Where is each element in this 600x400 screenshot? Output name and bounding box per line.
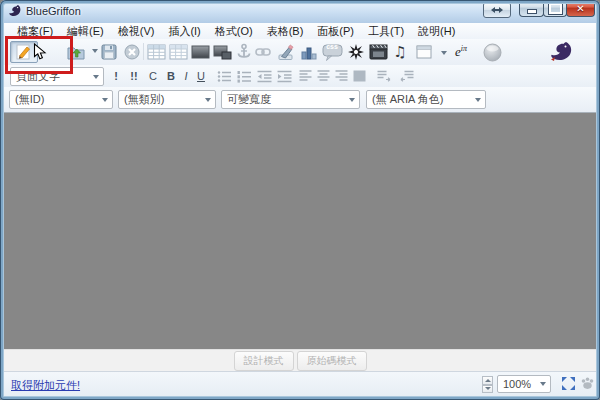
width-select[interactable]: 可變寬度 — [221, 90, 360, 109]
image-icon — [191, 44, 210, 60]
align-justify-icon — [353, 70, 366, 82]
code-button[interactable]: C — [145, 67, 161, 85]
zoom-level-value: 100% — [503, 378, 531, 390]
zoom-level-select[interactable]: 100% — [497, 375, 551, 393]
italic-label: I — [184, 70, 187, 82]
emphasis-button[interactable]: ! — [109, 67, 123, 85]
save-button[interactable] — [98, 41, 120, 63]
class-select[interactable]: (無類別) — [118, 90, 216, 109]
image-thumbnail-button[interactable] — [212, 41, 233, 63]
editor-content-area[interactable] — [3, 112, 597, 350]
snippet-star-icon — [347, 43, 365, 61]
stop-button[interactable] — [121, 41, 143, 63]
paw-icon — [580, 376, 595, 390]
aria-role-select[interactable]: (無 ARIA 角色) — [366, 90, 486, 109]
table-button[interactable] — [146, 41, 167, 63]
bold-button[interactable]: B — [163, 67, 179, 85]
panel-window-button[interactable] — [414, 41, 433, 63]
form-elements-button[interactable] — [299, 41, 319, 63]
link-icon — [255, 44, 271, 60]
globe-sync-button[interactable] — [480, 41, 504, 63]
bluegriffon-logo — [544, 41, 576, 63]
align-center-icon — [317, 70, 330, 82]
underline-button[interactable]: U — [193, 67, 209, 85]
minimize-button[interactable] — [519, 0, 544, 17]
numbered-list-button[interactable] — [235, 67, 253, 85]
anchor-icon — [236, 43, 252, 61]
id-caret-icon — [102, 98, 108, 102]
audio-note-icon: ♫ — [393, 43, 406, 61]
menu-table[interactable]: 表格(B) — [260, 23, 311, 40]
fullscreen-expand-icon — [561, 376, 576, 391]
snippet-button[interactable] — [345, 41, 366, 63]
panel-dropdown-caret[interactable] — [441, 51, 447, 55]
align-center-button[interactable] — [315, 67, 331, 85]
strong-emphasis-label: !! — [130, 70, 137, 82]
mouse-cursor-icon — [33, 43, 47, 65]
id-select[interactable]: (無ID) — [9, 90, 113, 109]
align-justify-button[interactable] — [351, 67, 367, 85]
math-button[interactable]: eiπ — [448, 41, 474, 63]
indent-button[interactable] — [275, 67, 293, 85]
image-thumbnail-icon — [213, 44, 232, 60]
table-icon — [147, 44, 166, 60]
video-button[interactable] — [367, 41, 389, 63]
video-clapper-icon — [369, 44, 388, 60]
align-left-icon — [299, 70, 312, 82]
window-title: BlueGriffon — [26, 5, 81, 17]
css-label: css — [321, 43, 343, 50]
menu-insert[interactable]: 插入(I) — [161, 23, 207, 40]
align-right-button[interactable] — [333, 67, 349, 85]
stop-x-icon — [123, 43, 141, 61]
anchor-button[interactable] — [234, 41, 253, 63]
form-elements-icon — [301, 45, 317, 60]
zoom-step-up-button[interactable] — [482, 376, 493, 385]
get-addons-link[interactable]: 取得附加元件! — [11, 378, 80, 393]
direction-ltr-button[interactable] — [375, 67, 393, 85]
touch-paw-button[interactable] — [579, 376, 596, 390]
width-value: 可變寬度 — [227, 92, 271, 107]
edit-pencil-button[interactable] — [275, 41, 296, 63]
close-icon: ✕ — [576, 3, 584, 14]
outdent-icon — [257, 70, 272, 83]
bullet-list-button[interactable] — [215, 67, 233, 85]
aria-caret-icon — [475, 98, 481, 102]
aria-role-value: (無 ARIA 角色) — [372, 92, 444, 107]
zoom-stepper[interactable] — [482, 376, 493, 393]
css-properties-button[interactable]: css — [321, 41, 343, 63]
numbered-list-icon — [237, 70, 252, 83]
zoom-step-down-button[interactable] — [482, 385, 493, 394]
design-mode-button[interactable]: 設計模式 — [234, 351, 294, 371]
italic-button[interactable]: I — [179, 67, 193, 85]
table-grid-button[interactable] — [168, 41, 189, 63]
menu-panels[interactable]: 面板(P) — [310, 23, 361, 40]
maximize-button[interactable] — [543, 0, 567, 17]
maximize-icon — [549, 3, 562, 14]
strong-emphasis-button[interactable]: !! — [125, 67, 143, 85]
class-caret-icon — [205, 98, 211, 102]
align-left-button[interactable] — [297, 67, 313, 85]
menu-tools[interactable]: 工具(T) — [361, 23, 411, 40]
menu-view[interactable]: 檢視(V) — [111, 23, 162, 40]
title-bar[interactable]: BlueGriffon ✕ — [0, 0, 600, 23]
close-button[interactable]: ✕ — [566, 0, 595, 17]
globe-icon — [482, 42, 503, 63]
align-right-icon — [335, 70, 348, 82]
source-mode-button[interactable]: 原始碼模式 — [297, 351, 367, 371]
direction-rtl-icon — [399, 70, 414, 82]
menu-format[interactable]: 格式(O) — [208, 23, 260, 40]
outdent-button[interactable] — [255, 67, 273, 85]
audio-button[interactable]: ♫ — [391, 41, 409, 63]
image-button[interactable] — [190, 41, 211, 63]
table-grid-icon — [169, 44, 188, 60]
link-button[interactable] — [254, 41, 272, 63]
bullet-list-icon — [217, 70, 232, 83]
code-label: C — [149, 70, 157, 82]
direction-rtl-button[interactable] — [397, 67, 415, 85]
indent-icon — [277, 70, 292, 83]
fullscreen-button[interactable] — [559, 376, 577, 391]
width-caret-icon — [349, 98, 355, 102]
resize-button[interactable] — [483, 2, 511, 18]
menu-help[interactable]: 說明(H) — [411, 23, 462, 40]
bluegriffon-window: BlueGriffon ✕ 檔案(F) 編輯(E) 檢視(V) 插入(I) 格式… — [0, 0, 600, 400]
